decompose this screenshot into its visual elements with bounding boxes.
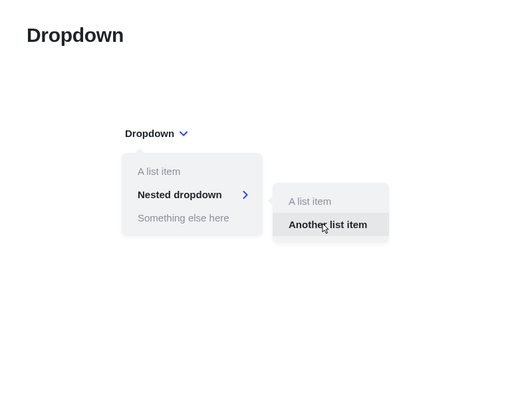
menu-item-label: Another list item bbox=[289, 219, 367, 230]
nested-dropdown-menu: A list item Another list item bbox=[273, 183, 389, 243]
menu-item-nested-dropdown[interactable]: Nested dropdown bbox=[122, 183, 263, 206]
menu-item-label: A list item bbox=[289, 196, 331, 207]
chevron-down-icon bbox=[180, 130, 188, 138]
nested-menu-item-another[interactable]: Another list item bbox=[273, 213, 389, 236]
menu-item-label: Something else here bbox=[138, 212, 229, 223]
menu-item-label: Nested dropdown bbox=[138, 189, 222, 200]
page-title: Dropdown bbox=[27, 24, 124, 47]
menu-item-list-item[interactable]: A list item bbox=[122, 160, 263, 183]
dropdown-trigger-label: Dropdown bbox=[125, 128, 174, 139]
nested-menu-item-list-item[interactable]: A list item bbox=[273, 190, 389, 213]
dropdown-trigger[interactable]: Dropdown bbox=[125, 128, 188, 139]
chevron-right-icon bbox=[243, 190, 249, 200]
menu-item-label: A list item bbox=[138, 166, 180, 177]
dropdown-menu: A list item Nested dropdown Something el… bbox=[122, 153, 263, 236]
menu-item-something-else[interactable]: Something else here bbox=[122, 206, 263, 229]
